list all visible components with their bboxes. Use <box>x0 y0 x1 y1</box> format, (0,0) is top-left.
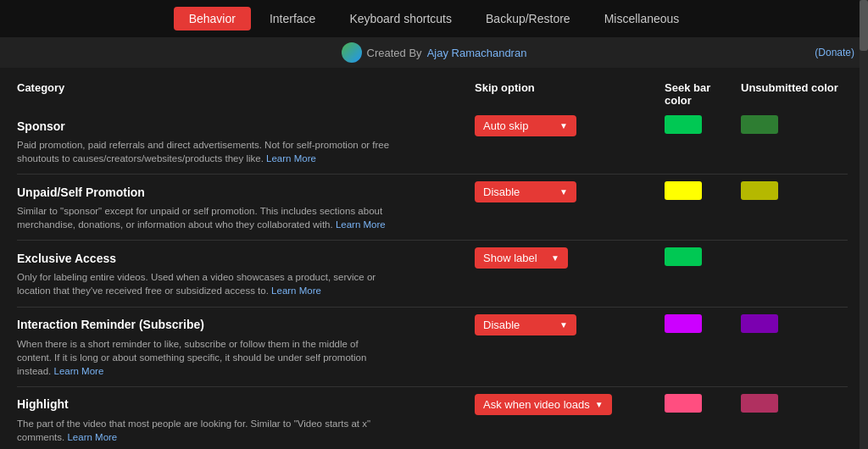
interaction-dropdown-wrapper: Disable ▼ <box>475 314 661 335</box>
divider-1 <box>17 174 848 175</box>
tab-behavior[interactable]: Behavior <box>174 7 251 30</box>
col-seek-bar: Seek bar color <box>661 81 737 107</box>
unpaid-name: Unpaid/Self Promotion <box>17 186 475 199</box>
creator-name-link[interactable]: Ajay Ramachandran <box>427 47 527 59</box>
sponsor-desc: Paid promotion, paid referrals and direc… <box>17 138 390 165</box>
col-skip-option: Skip option <box>475 81 661 107</box>
tab-keyboard-shortcuts[interactable]: Keyboard shortcuts <box>334 7 467 30</box>
unpaid-seek-swatch[interactable] <box>665 181 702 200</box>
tab-backup-restore[interactable]: Backup/Restore <box>470 7 586 30</box>
exclusive-dropdown-arrow: ▼ <box>551 253 559 263</box>
row-sponsor: Sponsor Auto skip ▼ Paid promotion, paid… <box>17 115 848 165</box>
sponsor-name: Sponsor <box>17 119 475 133</box>
row-exclusive: Exclusive Access Show label ▼ Only for l… <box>17 247 848 297</box>
exclusive-name: Exclusive Access <box>17 252 475 265</box>
highlight-dropdown-wrapper: Ask when video loads ▼ <box>475 394 661 415</box>
main-content: Category Skip option Seek bar color Unsu… <box>0 68 868 442</box>
sponsor-seek-color-cell <box>661 115 737 136</box>
highlight-unsub-swatch[interactable] <box>741 394 778 413</box>
sponsor-learn-more[interactable]: Learn More <box>266 153 316 164</box>
highlight-dropdown[interactable]: Ask when video loads ▼ <box>475 394 612 415</box>
scrollbar-thumb[interactable] <box>860 0 868 51</box>
exclusive-dropdown-label: Show label <box>483 252 537 264</box>
interaction-name: Interaction Reminder (Subscribe) <box>17 318 475 331</box>
sponsor-dropdown-arrow: ▼ <box>559 121 568 130</box>
sponsor-dropdown-label: Auto skip <box>483 119 528 132</box>
interaction-seek-swatch[interactable] <box>665 314 702 333</box>
col-unsubmitted: Unsubmitted color <box>737 81 848 107</box>
interaction-desc: When there is a short reminder to like, … <box>17 337 390 378</box>
unpaid-unsub-color-cell <box>737 181 848 202</box>
sponsor-dropdown[interactable]: Auto skip ▼ <box>475 115 576 136</box>
unpaid-dropdown-label: Disable <box>483 186 520 198</box>
highlight-unsub-color-cell <box>737 394 848 415</box>
unpaid-desc: Similar to "sponsor" except for unpaid o… <box>17 204 390 231</box>
table-header: Category Skip option Seek bar color Unsu… <box>17 76 848 112</box>
exclusive-desc: Only for labeling entire videos. Used wh… <box>17 270 390 297</box>
row-interaction: Interaction Reminder (Subscribe) Disable… <box>17 314 848 378</box>
unpaid-unsub-swatch[interactable] <box>741 181 778 200</box>
highlight-dropdown-arrow: ▼ <box>595 400 604 409</box>
highlight-seek-color-cell <box>661 394 737 415</box>
sponsor-unsub-color-cell <box>737 115 848 136</box>
unpaid-dropdown-arrow: ▼ <box>559 187 568 197</box>
interaction-unsub-swatch[interactable] <box>741 314 778 333</box>
row-unpaid: Unpaid/Self Promotion Disable ▼ Similar … <box>17 181 848 231</box>
creator-avatar <box>342 42 362 63</box>
highlight-learn-more[interactable]: Learn More <box>67 432 117 442</box>
sponsor-unsub-swatch[interactable] <box>741 115 778 134</box>
unpaid-dropdown-wrapper: Disable ▼ <box>475 181 661 202</box>
donate-link[interactable]: (Donate) <box>815 47 854 58</box>
divider-2 <box>17 240 848 241</box>
interaction-dropdown[interactable]: Disable ▼ <box>475 314 576 335</box>
unpaid-dropdown[interactable]: Disable ▼ <box>475 181 576 202</box>
top-nav: Behavior Interface Keyboard shortcuts Ba… <box>0 0 868 37</box>
interaction-dropdown-label: Disable <box>483 319 520 331</box>
interaction-unsub-color-cell <box>737 314 848 335</box>
col-category: Category <box>17 81 475 107</box>
unpaid-seek-color-cell <box>661 181 737 202</box>
highlight-name: Highlight <box>17 397 475 411</box>
unpaid-learn-more[interactable]: Learn More <box>336 219 386 230</box>
interaction-learn-more[interactable]: Learn More <box>53 366 103 376</box>
exclusive-learn-more[interactable]: Learn More <box>271 285 321 296</box>
creator-bar: Created By Ajay Ramachandran (Donate) <box>0 37 868 68</box>
interaction-dropdown-arrow: ▼ <box>559 320 568 330</box>
highlight-seek-swatch[interactable] <box>665 394 702 413</box>
exclusive-seek-swatch[interactable] <box>665 247 702 266</box>
exclusive-dropdown-wrapper: Show label ▼ <box>475 247 661 269</box>
interaction-seek-color-cell <box>661 314 737 335</box>
scrollbar-track[interactable] <box>860 0 868 449</box>
created-by-label: Created By <box>367 47 422 59</box>
highlight-dropdown-label: Ask when video loads <box>483 398 590 411</box>
tab-interface[interactable]: Interface <box>254 7 331 30</box>
tab-miscellaneous[interactable]: Miscellaneous <box>589 7 695 30</box>
exclusive-seek-color-cell <box>661 247 737 269</box>
divider-3 <box>17 307 848 308</box>
sponsor-dropdown-wrapper: Auto skip ▼ <box>475 115 661 136</box>
divider-4 <box>17 386 848 387</box>
row-highlight: Highlight Ask when video loads ▼ The par… <box>17 394 848 442</box>
highlight-desc: The part of the video that most people a… <box>17 417 390 442</box>
sponsor-seek-swatch[interactable] <box>665 115 702 134</box>
exclusive-dropdown[interactable]: Show label ▼ <box>475 247 568 269</box>
